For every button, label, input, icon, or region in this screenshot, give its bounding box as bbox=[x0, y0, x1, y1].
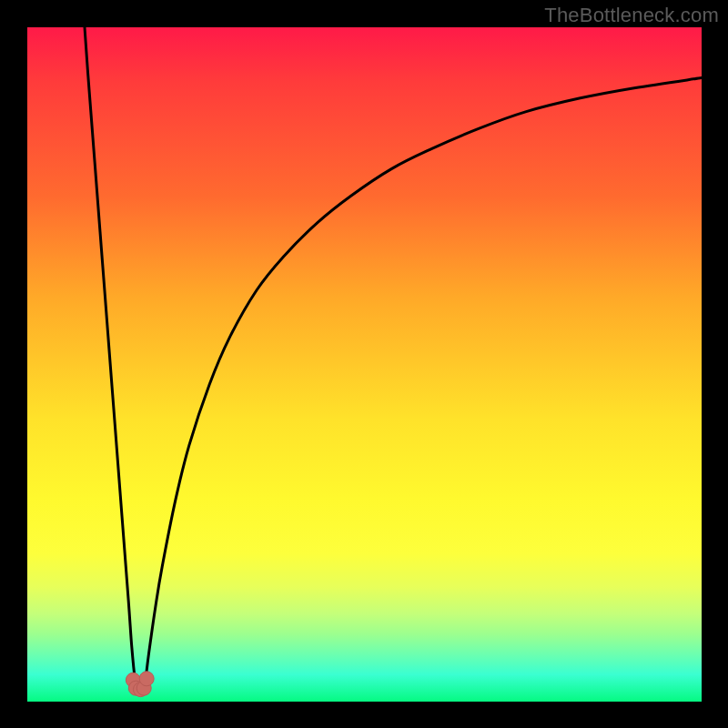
attribution-text: TheBottleneck.com bbox=[544, 4, 719, 27]
curve-right-branch bbox=[144, 78, 702, 689]
chart-frame: TheBottleneck.com bbox=[0, 0, 728, 728]
minimum-marker-cluster bbox=[126, 672, 154, 697]
curve-left-branch bbox=[85, 27, 136, 688]
curve-layer bbox=[27, 27, 702, 702]
minimum-marker-point bbox=[139, 672, 154, 686]
plot-area bbox=[27, 27, 702, 702]
